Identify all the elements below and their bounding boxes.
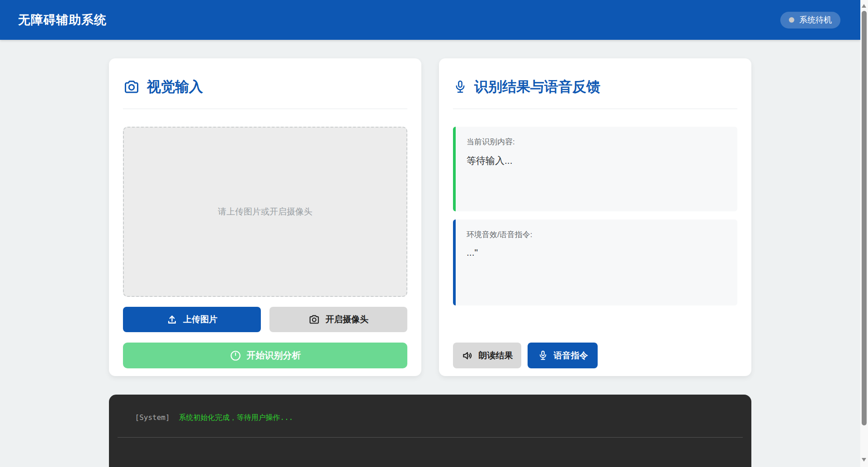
visual-input-card: 视觉输入 请上传图片或开启摄像头 上传图片 <box>109 58 421 376</box>
speaker-icon <box>462 350 473 362</box>
upload-image-label: 上传图片 <box>183 314 217 325</box>
card-title-divider <box>453 109 737 109</box>
system-console: [System]系统初始化完成，等待用户操作... <box>109 395 751 467</box>
results-card-title: 识别结果与语音反馈 <box>453 77 737 96</box>
status-label: 系统待机 <box>799 14 832 25</box>
card-title-divider <box>123 109 407 109</box>
recognition-result-box: 当前识别内容: 等待输入... <box>453 127 737 211</box>
voice-command-label: 语音指令 <box>554 350 588 362</box>
open-camera-label: 开启摄像头 <box>326 314 368 325</box>
app-header: 无障碍辅助系统 系统待机 <box>0 0 860 40</box>
console-log-message: 系统初始化完成，等待用户操作... <box>179 413 293 422</box>
app-title: 无障碍辅助系统 <box>18 12 107 28</box>
console-log-prefix: [System] <box>135 413 170 422</box>
image-upload-dropzone[interactable]: 请上传图片或开启摄像头 <box>123 127 407 297</box>
audio-command-value: ..." <box>467 247 726 258</box>
vertical-scrollbar[interactable] <box>860 0 868 467</box>
upload-icon <box>166 314 178 325</box>
camera-icon <box>123 78 140 95</box>
read-aloud-label: 朗读结果 <box>479 350 513 362</box>
recognition-result-label: 当前识别内容: <box>467 137 726 147</box>
microphone-icon <box>453 79 467 95</box>
clock-icon <box>230 350 241 362</box>
scrollbar-thumb[interactable] <box>862 11 867 425</box>
voice-command-button[interactable]: 语音指令 <box>528 343 598 368</box>
console-log-line: [System]系统初始化完成，等待用户操作... <box>118 405 743 431</box>
console-divider <box>118 437 743 438</box>
status-dot-icon <box>789 17 794 23</box>
audio-command-label: 环境音效/语音指令: <box>467 229 726 240</box>
upload-placeholder-text: 请上传图片或开启摄像头 <box>218 206 312 218</box>
card-title-text: 识别结果与语音反馈 <box>474 77 600 96</box>
upload-image-button[interactable]: 上传图片 <box>123 307 261 332</box>
recognition-result-value: 等待输入... <box>467 154 726 167</box>
read-aloud-button[interactable]: 朗读结果 <box>453 343 521 368</box>
scroll-down-arrow-icon[interactable] <box>862 458 866 462</box>
start-analysis-button[interactable]: 开始识别分析 <box>123 343 407 368</box>
visual-input-card-title: 视觉输入 <box>123 77 407 96</box>
card-title-text: 视觉输入 <box>147 77 203 96</box>
results-card: 识别结果与语音反馈 当前识别内容: 等待输入... 环境音效/语音指令: ...… <box>439 58 751 376</box>
camera-icon <box>308 314 320 325</box>
audio-command-box: 环境音效/语音指令: ..." <box>453 219 737 305</box>
status-badge: 系统待机 <box>780 12 840 29</box>
open-camera-button[interactable]: 开启摄像头 <box>269 307 407 332</box>
main-content: 视觉输入 请上传图片或开启摄像头 上传图片 <box>109 58 751 376</box>
microphone-icon <box>538 349 548 362</box>
start-analysis-label: 开始识别分析 <box>247 349 301 362</box>
scroll-up-arrow-icon[interactable] <box>862 4 866 8</box>
